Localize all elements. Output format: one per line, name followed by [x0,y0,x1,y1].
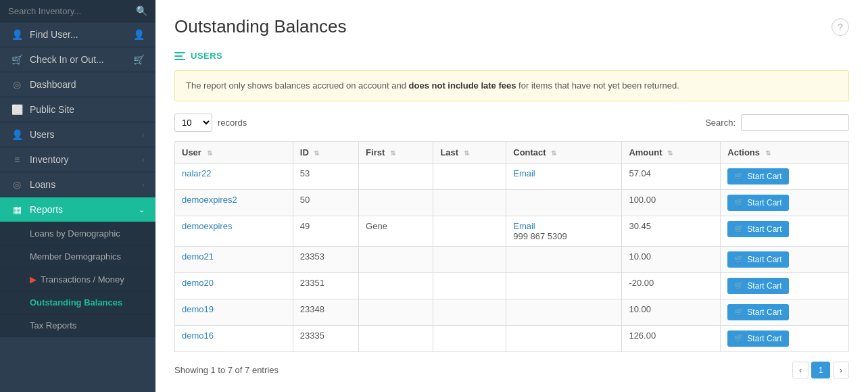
cell-last [433,246,506,272]
table-row: demo212335310.00🛒 Start Cart [175,246,849,272]
section-heading: USERS [174,51,849,61]
outstanding-balances-table: User ⇅ID ⇅First ⇅Last ⇅Contact ⇅Amount ⇅… [174,141,849,352]
next-page-button[interactable]: › [833,362,849,378]
col-header-contact[interactable]: Contact ⇅ [506,141,622,163]
email-link[interactable]: Email [513,168,535,178]
cell-user: demo20 [175,272,293,299]
cell-id: 23335 [293,325,358,351]
notice-text-after: for items that have not yet been returne… [516,80,679,91]
sidebar-item-find-user[interactable]: 👤 Find User... 👤 [0,22,155,47]
cart-btn-icon: 🛒 [734,255,744,264]
page-1-button[interactable]: 1 [811,362,829,378]
sidebar-item-inventory[interactable]: ≡ Inventory ‹ [0,147,155,172]
sidebar-item-tax-reports[interactable]: Tax Reports [0,314,155,337]
table-row: nalar2253Email57.04🛒 Start Cart [175,163,849,189]
inventory-chevron: ‹ [142,155,145,164]
sort-icon: ⇅ [314,149,319,157]
cell-actions: 🛒 Start Cart [721,272,849,299]
sidebar-label-inventory: Inventory [30,154,135,165]
start-cart-button[interactable]: 🛒 Start Cart [727,251,788,268]
cell-actions: 🛒 Start Cart [721,299,849,325]
cell-contact [506,272,622,299]
cart-btn-icon: 🛒 [734,198,744,207]
sidebar-item-transactions-money[interactable]: ▶ Transactions / Money [0,268,155,291]
email-link[interactable]: Email [513,221,535,231]
sidebar-item-check-in-out[interactable]: 🛒 Check In or Out... 🛒 [0,47,155,72]
loans-chevron: ‹ [142,180,145,189]
sidebar-item-users[interactable]: 👤 Users ‹ [0,122,155,147]
cell-contact [506,189,622,216]
dashboard-icon: ◎ [11,79,23,90]
sidebar-label-users: Users [30,129,135,140]
reports-submenu: Loans by Demographic Member Demographics… [0,222,155,337]
cell-first: Gene [359,216,433,246]
sort-icon: ⇅ [464,149,469,157]
table-search-input[interactable] [741,114,849,131]
table-row: demoexpires250100.00🛒 Start Cart [175,189,849,216]
cell-amount: 30.45 [622,216,721,246]
sidebar-label-dashboard: Dashboard [30,79,145,90]
cell-user: demo21 [175,246,293,272]
col-header-user[interactable]: User ⇅ [175,141,293,163]
sidebar-item-outstanding-balances[interactable]: Outstanding Balances [0,291,155,314]
cell-first [359,163,433,189]
reports-chevron: ⌄ [139,205,145,214]
search-bar[interactable]: 🔍 [0,0,155,22]
cell-first [359,189,433,216]
users-icon: 👤 [11,129,23,140]
start-cart-button[interactable]: 🛒 Start Cart [727,278,788,294]
search-input[interactable] [8,6,136,16]
header-row: User ⇅ID ⇅First ⇅Last ⇅Contact ⇅Amount ⇅… [175,141,849,163]
sidebar-label-public-site: Public Site [30,104,145,115]
sidebar-item-dashboard[interactable]: ◎ Dashboard [0,72,155,97]
cell-amount: 126.00 [622,325,721,351]
notice-text-before: The report only shows balances accrued o… [186,80,409,91]
sidebar-item-loans[interactable]: ◎ Loans ‹ [0,172,155,197]
user-link[interactable]: demo16 [182,330,214,341]
sidebar-label-find-user: Find User... [30,29,126,40]
cell-amount: 10.00 [622,246,721,272]
sidebar-item-loans-by-demographic[interactable]: Loans by Demographic [0,222,155,245]
records-per-page-wrap: 102550100 records [174,114,247,132]
records-per-page-select[interactable]: 102550100 [174,114,212,132]
col-header-first[interactable]: First ⇅ [359,141,433,163]
cell-last [433,163,506,189]
find-user-icon: 👤 [133,29,145,40]
start-cart-button[interactable]: 🛒 Start Cart [727,168,788,185]
records-label: records [218,118,247,128]
table-body: nalar2253Email57.04🛒 Start Cartdemoexpir… [175,163,849,351]
col-header-last[interactable]: Last ⇅ [433,141,506,163]
start-cart-button[interactable]: 🛒 Start Cart [727,330,788,347]
cell-id: 23351 [293,272,358,299]
col-header-amount[interactable]: Amount ⇅ [622,141,721,163]
cart-btn-icon: 🛒 [734,281,744,290]
cart-btn-icon: 🛒 [734,308,744,316]
user-link[interactable]: nalar22 [182,168,211,178]
sidebar-item-public-site[interactable]: ⬜ Public Site [0,97,155,122]
cell-contact [506,299,622,325]
cell-last [433,189,506,216]
cell-last [433,272,506,299]
sidebar-item-member-demographics[interactable]: Member Demographics [0,245,155,268]
user-link[interactable]: demoexpires2 [182,195,237,205]
sort-icon: ⇅ [551,149,556,157]
cell-actions: 🛒 Start Cart [721,216,849,246]
help-button[interactable]: ? [831,18,849,36]
user-link[interactable]: demo20 [182,278,214,288]
cell-first [359,272,433,299]
start-cart-button[interactable]: 🛒 Start Cart [727,221,788,237]
cell-contact [506,325,622,351]
prev-page-button[interactable]: ‹ [792,362,809,378]
start-cart-button[interactable]: 🛒 Start Cart [727,195,788,211]
col-header-actions[interactable]: Actions ⇅ [721,141,849,163]
sidebar-item-reports[interactable]: ▦ Reports ⌄ [0,197,155,222]
cell-id: 50 [293,189,358,216]
col-header-id[interactable]: ID ⇅ [293,141,358,163]
user-link[interactable]: demo21 [182,251,214,262]
cell-contact [506,246,622,272]
user-link[interactable]: demo19 [182,304,214,314]
arrow-icon: ▶ [30,274,37,285]
user-link[interactable]: demoexpires [182,221,232,231]
cell-first [359,246,433,272]
start-cart-button[interactable]: 🛒 Start Cart [727,304,788,320]
